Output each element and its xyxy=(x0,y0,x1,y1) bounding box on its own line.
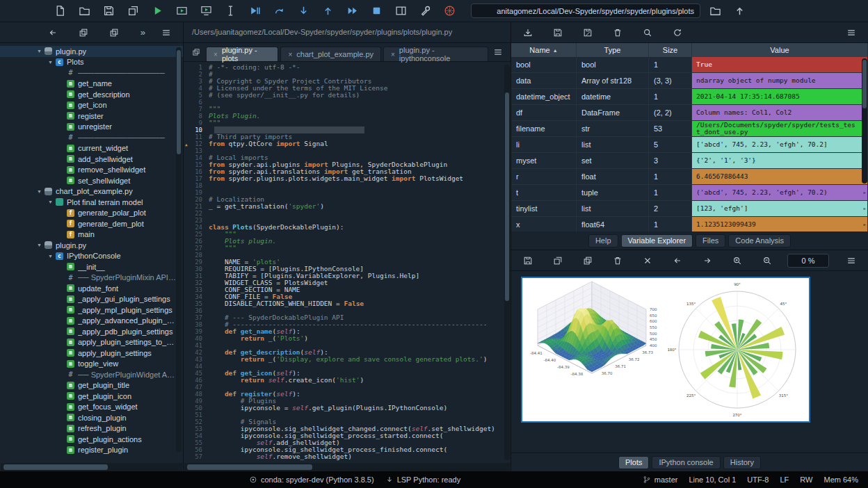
run-button[interactable] xyxy=(147,3,167,19)
outline-item[interactable]: m_apply_pdb_plugin_settings xyxy=(0,326,183,337)
editor-tab[interactable]: ×chart_plot_example.py xyxy=(280,47,381,61)
outline-item[interactable]: fmain xyxy=(0,229,183,241)
variable-row[interactable]: tinylistlist2[123, 'efgh']▶ xyxy=(511,201,868,217)
column-header-type[interactable]: Type xyxy=(577,43,649,57)
outline-item[interactable]: ▼plugin.py xyxy=(0,240,183,251)
outline-back-button[interactable] xyxy=(43,24,63,41)
run-cell-button[interactable] xyxy=(172,3,191,19)
previous-plot-button[interactable] xyxy=(668,252,687,269)
run-cell-advance-button[interactable] xyxy=(196,3,216,19)
figure-thumbnail[interactable]: 400450500550600650700-84.41-84.40-84.39-… xyxy=(521,277,810,423)
preferences-button[interactable] xyxy=(415,3,435,19)
outline-item[interactable]: mget_focus_widget xyxy=(0,402,183,413)
panel-tab[interactable]: Code Analysis xyxy=(728,234,791,247)
zoom-in-button[interactable] xyxy=(728,252,747,269)
outline-item[interactable]: mrefresh_plugin xyxy=(0,423,183,434)
outline-item[interactable]: ▼cPlots xyxy=(0,57,183,68)
variable-row[interactable]: boolbool1True▶ xyxy=(511,57,868,73)
chevron-down-icon[interactable]: ▼ xyxy=(46,60,55,65)
plot-canvas[interactable]: 400450500550600650700-84.41-84.40-84.39-… xyxy=(511,271,868,453)
outline-hscrollbar[interactable] xyxy=(1,463,182,471)
maximize-pane-button[interactable] xyxy=(391,3,410,19)
outline-item[interactable]: fgenerate_polar_plot xyxy=(0,208,183,219)
variable-table-vscrollbar[interactable] xyxy=(862,58,867,184)
outline-item[interactable]: mupdate_font xyxy=(0,283,183,294)
outline-item[interactable]: m_apply_gui_plugin_settings xyxy=(0,294,183,305)
chevron-down-icon[interactable]: ▼ xyxy=(46,200,55,204)
browse-directory-button[interactable] xyxy=(705,3,725,19)
panel-tab[interactable]: Files xyxy=(696,234,725,247)
editor-hscrollbar[interactable] xyxy=(184,463,510,471)
outline-item[interactable]: ▼Plot final terrain model xyxy=(0,197,183,208)
zoom-level[interactable]: 0 % xyxy=(787,254,829,268)
outline-item[interactable]: #── SpyderPluginMixin API ── xyxy=(0,273,183,284)
working-directory-input[interactable] xyxy=(471,3,700,18)
variable-value[interactable]: ndarray object of numpy module▶ xyxy=(692,73,868,88)
open-file-button[interactable] xyxy=(74,3,94,19)
variable-row[interactable]: dfDataFrame(2, 2)Column names: Col1, Col… xyxy=(511,105,868,121)
code-line[interactable]: ▲12from qtpy.QtCore import Signal xyxy=(184,140,511,147)
code-line[interactable]: 27 """ xyxy=(184,245,511,252)
code-line[interactable]: 35 DISABLE_ACTIONS_WHEN_HIDDEN = False xyxy=(184,300,511,307)
outline-item[interactable]: ▼plugin.py xyxy=(0,46,183,57)
outline-more-button[interactable]: » xyxy=(140,27,145,38)
variable-row[interactable]: datetime_objectdatetime12021-04-14 17:35… xyxy=(511,89,868,105)
import-data-button[interactable] xyxy=(518,24,538,41)
outline-item[interactable]: mset_shellwidget xyxy=(0,175,183,186)
outline-item[interactable]: #── SpyderPluginWidget API ── xyxy=(0,369,183,380)
close-tab-icon[interactable]: × xyxy=(288,51,292,58)
editor-tab[interactable]: ×plugin.py - ipythonconsole xyxy=(383,47,488,61)
outline-item[interactable]: m_apply_advanced_plugin_settings xyxy=(0,316,183,327)
save-data-as-button[interactable] xyxy=(578,24,597,41)
step-into-button[interactable] xyxy=(294,3,313,19)
search-variable-button[interactable] xyxy=(638,24,657,41)
new-file-button[interactable] xyxy=(50,3,70,19)
outline-tree[interactable]: ▼plugin.py▼cPlots#────────────────mget_n… xyxy=(0,43,183,463)
variable-row[interactable]: xfloat6411.1235123099439▶ xyxy=(511,217,868,231)
column-header-name[interactable]: Name▲ xyxy=(511,43,577,57)
editor-options-button[interactable] xyxy=(490,45,506,59)
outline-options-button[interactable] xyxy=(156,24,176,41)
chevron-down-icon[interactable]: ▼ xyxy=(46,254,55,259)
step-return-button[interactable] xyxy=(318,3,337,19)
copy-plot-button[interactable] xyxy=(578,252,597,269)
outline-collapse-button[interactable] xyxy=(74,24,93,41)
lsp-status[interactable]: LSP Python: ready xyxy=(385,475,461,484)
code-line[interactable]: 5# (see spyder/__init__.py for details) xyxy=(184,92,511,99)
code-line[interactable]: 57 self.remove_shellwidget) xyxy=(184,453,511,460)
code-line[interactable]: 1# -*- coding: utf-8 -*- xyxy=(184,64,511,71)
outline-item[interactable]: mremove_shellwidget xyxy=(0,165,183,176)
variable-row[interactable]: rfloat16.46567886443▶ xyxy=(511,169,868,185)
variable-row[interactable]: filenamestr53/Users/Documents/spyder/spy… xyxy=(511,121,868,137)
code-line[interactable]: 22 xyxy=(184,210,511,217)
outline-item[interactable]: mclosing_plugin xyxy=(0,412,183,423)
run-selection-button[interactable] xyxy=(220,3,240,19)
variable-value[interactable]: 6.46567886443▶ xyxy=(692,169,868,184)
code-line[interactable]: 40 return _('Plots') xyxy=(184,335,511,342)
panel-tab[interactable]: Help xyxy=(588,234,618,247)
outline-item[interactable]: munregister xyxy=(0,122,183,133)
variable-value[interactable]: {'2', '1', '3'}▶ xyxy=(692,153,868,168)
variable-row[interactable]: lilist5['abcd', 745, 2.23, 'efgh', 70.2]… xyxy=(511,137,868,153)
outline-item[interactable]: mapply_plugin_settings xyxy=(0,348,183,359)
outline-item[interactable]: m_apply_mpl_plugin_settings xyxy=(0,304,183,316)
panel-tab[interactable]: IPython console xyxy=(652,456,720,469)
parent-directory-button[interactable] xyxy=(730,3,749,19)
remove-plot-button[interactable] xyxy=(608,252,627,269)
save-data-button[interactable] xyxy=(548,24,568,41)
refresh-variables-button[interactable] xyxy=(668,24,687,41)
variable-value[interactable]: 1.1235123099439▶ xyxy=(692,217,868,231)
save-all-button[interactable] xyxy=(123,3,143,19)
variable-row[interactable]: mysetset3{'2', '1', '3'}▶ xyxy=(511,153,868,169)
step-over-button[interactable] xyxy=(269,3,289,19)
conda-env-status[interactable]: conda: spyder-dev (Python 3.8.5) xyxy=(249,475,374,484)
browse-tabs-button[interactable] xyxy=(188,45,204,59)
save-plot-button[interactable] xyxy=(518,252,538,269)
editor-tab[interactable]: ×plugin.py - plots xyxy=(206,47,278,61)
git-branch-status[interactable]: master xyxy=(643,475,678,484)
stop-debug-button[interactable] xyxy=(367,3,386,19)
variable-value[interactable]: ['abcd', 745, 2.23, 'efgh', 70.2]▶ xyxy=(692,137,868,152)
zoom-out-button[interactable] xyxy=(757,252,777,269)
panel-tab[interactable]: Plots xyxy=(618,456,649,469)
outline-item[interactable]: mget_plugin_title xyxy=(0,380,183,391)
